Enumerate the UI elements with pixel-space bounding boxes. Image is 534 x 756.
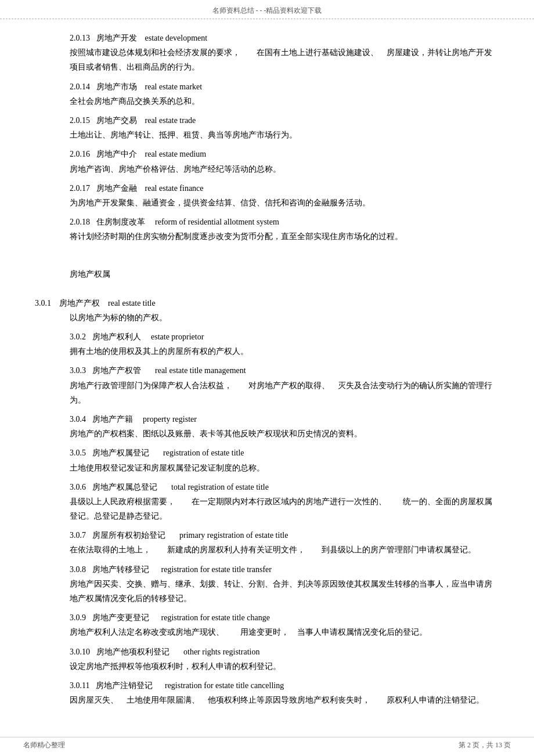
term-305-def: 土地使用权登记发证和房屋权属登记发证制度的总称。 <box>70 461 499 475</box>
term-2014-header: 2.0.14 房地产市场 real estate market <box>70 79 499 94</box>
term-301-header: 3.0.1 房地产产权 real estate title <box>35 296 499 310</box>
term-301-en: real estate title <box>108 299 156 308</box>
term-309-id: 3.0.9 <box>70 613 86 622</box>
term-2018-header: 2.0.18 住房制度改革 reform of residential allo… <box>70 215 499 229</box>
term-302-def: 拥有土地的使用权及其上的房屋所有权的产权人。 <box>70 344 499 359</box>
term-3010-en: other rights registration <box>183 648 259 656</box>
term-2016-def: 房地产咨询、房地产价格评估、房地产经纪等活动的总称。 <box>70 162 499 176</box>
term-304-def: 房地产的产权档案、图纸以及账册、表卡等其他反映产权现状和历史情况的资料。 <box>70 426 499 441</box>
term-307: 3.0.7 房屋所有权初始登记 primary registration of … <box>35 528 499 557</box>
term-2017-en: real estate finance <box>145 184 204 193</box>
term-307-def: 在依法取得的土地上， 新建成的房屋权利人持有关证明文件， 到县级以上的房产管理部… <box>70 542 499 557</box>
term-2014-en: real estate market <box>145 82 203 91</box>
term-2013-cn: 房地产开发 <box>96 34 137 42</box>
term-3011-id: 3.0.11 <box>70 681 89 690</box>
term-303: 3.0.3 房地产产权管 real estate title managemen… <box>35 363 499 407</box>
term-308-en: registration for estate title transfer <box>161 565 272 574</box>
term-304-en: property register <box>143 415 197 424</box>
term-306-def: 县级以上人民政府根据需要， 在一定期限内对本行政区域内的房地产进行一次性的、 统… <box>70 494 499 523</box>
footer-right: 第 2 页，共 13 页 <box>459 740 511 750</box>
term-304-header: 3.0.4 房地产产籍 property register <box>70 412 499 426</box>
term-305-header: 3.0.5 房地产权属登记 registration of estate tit… <box>70 446 499 460</box>
term-302-en: estate proprietor <box>151 332 204 341</box>
term-2013-en: estate development <box>145 34 208 42</box>
term-2014-cn: 房地产市场 <box>96 82 137 91</box>
term-305-id: 3.0.5 <box>70 448 86 457</box>
term-304-cn: 房地产产籍 <box>92 415 133 424</box>
term-2017-cn: 房地产金融 <box>96 184 137 193</box>
term-306: 3.0.6 房地产权属总登记 total registration of est… <box>35 480 499 524</box>
term-307-id: 3.0.7 <box>70 531 86 540</box>
term-308-header: 3.0.8 房地产转移登记 registration for estate ti… <box>70 562 499 577</box>
term-2015-header: 2.0.15 房地产交易 real estate trade <box>70 113 499 128</box>
term-2013-header: 2.0.13 房地产开发 estate development <box>70 31 499 45</box>
term-304: 3.0.4 房地产产籍 property register 房地产的产权档案、图… <box>35 412 499 441</box>
term-3011: 3.0.11 房地产注销登记 registration for estate t… <box>35 678 499 707</box>
term-2018-def: 将计划经济时期的住房实物分配制度逐步改变为货币分配，直至全部实现住房市场化的过程… <box>70 229 499 244</box>
term-2013: 2.0.13 房地产开发 estate development 按照城市建设总体… <box>35 31 499 75</box>
term-3010-cn: 房地产他项权利登记 <box>96 648 169 656</box>
term-2017-id: 2.0.17 <box>70 184 90 193</box>
page-footer: 名师精心整理 第 2 页，共 13 页 <box>0 737 534 750</box>
term-307-en: primary registration of estate title <box>179 531 288 540</box>
term-2015-en: real estate trade <box>145 116 196 125</box>
term-3010-id: 3.0.10 <box>70 648 90 656</box>
term-303-def: 房地产行政管理部门为保障产权人合法权益， 对房地产产权的取得、 灭失及合法变动行… <box>70 378 499 407</box>
term-308-id: 3.0.8 <box>70 565 86 574</box>
term-302-cn: 房地产权利人 <box>92 332 141 341</box>
term-2015-cn: 房地产交易 <box>96 116 137 125</box>
term-2016-id: 2.0.16 <box>70 150 90 158</box>
header-text: 名师资料总结 - - -精品资料欢迎下载 <box>212 6 322 15</box>
term-302-id: 3.0.2 <box>70 332 86 341</box>
term-2016-header: 2.0.16 房地产中介 real estate medium <box>70 147 499 161</box>
term-302-header: 3.0.2 房地产权利人 estate proprietor <box>70 330 499 344</box>
term-3010: 3.0.10 房地产他项权利登记 other rights registrati… <box>35 645 499 674</box>
term-303-en: real estate title management <box>155 366 246 375</box>
section-title-realestate-ownership: 房地产权属 <box>70 267 499 281</box>
term-309-header: 3.0.9 房地产变更登记 registration for estate ti… <box>70 610 499 625</box>
term-2016-en: real estate medium <box>145 150 207 158</box>
term-2013-def: 按照城市建设总体规划和社会经济发展的要求， 在国有土地上进行基础设施建设、 房屋… <box>70 45 499 74</box>
term-309-cn: 房地产变更登记 <box>92 613 149 622</box>
term-2014-def: 全社会房地产商品交换关系的总和。 <box>70 94 499 108</box>
term-309-def: 房地产权利人法定名称改变或房地产现状、 用途变更时， 当事人申请权属情况变化后的… <box>70 625 499 639</box>
term-2017: 2.0.17 房地产金融 real estate finance 为房地产开发聚… <box>35 181 499 210</box>
term-305: 3.0.5 房地产权属登记 registration of estate tit… <box>35 446 499 475</box>
term-2017-header: 2.0.17 房地产金融 real estate finance <box>70 181 499 196</box>
term-2014-id: 2.0.14 <box>70 82 90 91</box>
term-304-id: 3.0.4 <box>70 415 86 424</box>
term-301: 3.0.1 房地产产权 real estate title 以房地产为标的物的产… <box>35 296 499 325</box>
term-3010-def: 设定房地产抵押权等他项权利时，权利人申请的权利登记。 <box>70 659 499 674</box>
term-2015-id: 2.0.15 <box>70 116 90 125</box>
term-305-en: registration of estate title <box>163 448 244 457</box>
term-303-header: 3.0.3 房地产产权管 real estate title managemen… <box>70 363 499 378</box>
term-307-cn: 房屋所有权初始登记 <box>92 531 165 540</box>
main-content: 2.0.13 房地产开发 estate development 按照城市建设总体… <box>0 25 534 735</box>
term-2018: 2.0.18 住房制度改革 reform of residential allo… <box>35 215 499 244</box>
term-3011-cn: 房地产注销登记 <box>96 681 153 690</box>
term-306-cn: 房地产权属总登记 <box>92 483 157 491</box>
term-2014: 2.0.14 房地产市场 real estate market 全社会房地产商品… <box>35 79 499 108</box>
term-306-header: 3.0.6 房地产权属总登记 total registration of est… <box>70 480 499 494</box>
term-302: 3.0.2 房地产权利人 estate proprietor 拥有土地的使用权及… <box>35 330 499 359</box>
term-2018-id: 2.0.18 <box>70 218 90 226</box>
term-308-cn: 房地产转移登记 <box>92 565 149 574</box>
term-2015-def: 土地出让、房地产转让、抵押、租赁、典当等房地产市场行为。 <box>70 128 499 142</box>
term-303-id: 3.0.3 <box>70 366 86 375</box>
term-301-cn: 房地产产权 <box>59 299 100 308</box>
term-303-cn: 房地产产权管 <box>92 366 141 375</box>
term-301-def: 以房地产为标的物的产权。 <box>70 310 499 325</box>
term-2016: 2.0.16 房地产中介 real estate medium 房地产咨询、房地… <box>35 147 499 176</box>
term-307-header: 3.0.7 房屋所有权初始登记 primary registration of … <box>70 528 499 542</box>
page-header: 名师资料总结 - - -精品资料欢迎下载 <box>0 0 534 19</box>
term-2015: 2.0.15 房地产交易 real estate trade 土地出让、房地产转… <box>35 113 499 142</box>
term-309-en: registration for estate title change <box>161 613 270 622</box>
term-2018-en: reform of residential allotment system <box>155 218 279 226</box>
term-2016-cn: 房地产中介 <box>96 150 137 158</box>
term-309: 3.0.9 房地产变更登记 registration for estate ti… <box>35 610 499 639</box>
footer-left: 名师精心整理 <box>23 740 65 750</box>
term-2018-cn: 住房制度改革 <box>96 218 145 226</box>
term-3011-header: 3.0.11 房地产注销登记 registration for estate t… <box>70 678 499 693</box>
term-305-cn: 房地产权属登记 <box>92 448 149 457</box>
term-3010-header: 3.0.10 房地产他项权利登记 other rights registrati… <box>70 645 499 659</box>
